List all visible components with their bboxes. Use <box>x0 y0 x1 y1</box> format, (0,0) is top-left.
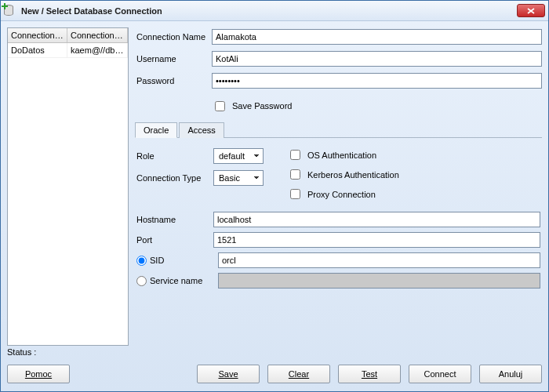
save-password-checkbox[interactable]: Save Password <box>212 99 292 114</box>
os-auth-label: OS Authentication <box>307 151 376 160</box>
connection-name-input[interactable] <box>212 29 542 45</box>
cancel-button[interactable]: Anuluj <box>479 365 542 383</box>
save-button[interactable]: Save <box>197 365 260 383</box>
connections-panel: Connection N... Connection D... DoDatos … <box>7 27 129 346</box>
form-panel: Connection Name Username Password Save P… <box>135 27 542 346</box>
sid-input[interactable] <box>218 252 540 268</box>
password-label: Password <box>135 76 212 85</box>
close-button[interactable] <box>517 4 545 17</box>
dialog-window: New / Select Database Connection Connect… <box>0 0 549 392</box>
connections-table[interactable]: Connection N... Connection D... DoDatos … <box>7 27 129 346</box>
proxy-checkbox[interactable]: Proxy Connection <box>287 187 399 201</box>
cell-connection-name: DoDatos <box>8 43 67 57</box>
kerberos-label: Kerberos Authentication <box>307 170 399 180</box>
proxy-label: Proxy Connection <box>307 190 376 199</box>
cell-connection-details: kaem@//db-or... <box>67 43 128 57</box>
tab-access[interactable]: Access <box>179 122 224 138</box>
status-bar: Status : <box>1 346 548 360</box>
table-row[interactable]: DoDatos kaem@//db-or... <box>8 43 128 58</box>
close-icon <box>527 8 535 14</box>
os-auth-input[interactable] <box>290 150 300 160</box>
tab-oracle[interactable]: Oracle <box>135 122 177 138</box>
table-header: Connection N... Connection D... <box>8 28 128 43</box>
connect-button[interactable]: Connect <box>409 365 471 383</box>
window-title: New / Select Database Connection <box>21 6 162 16</box>
app-icon <box>4 5 16 17</box>
help-button[interactable]: Pomoc <box>7 365 70 383</box>
sid-label: SID <box>150 256 164 265</box>
os-auth-checkbox[interactable]: OS Authentication <box>287 147 399 162</box>
column-connection-name[interactable]: Connection N... <box>8 28 67 42</box>
tabs: Oracle Access <box>135 122 542 138</box>
kerberos-checkbox[interactable]: Kerberos Authentication <box>287 167 399 182</box>
service-name-input <box>218 273 540 289</box>
kerberos-input[interactable] <box>290 169 300 180</box>
service-name-label: Service name <box>150 276 202 285</box>
proxy-input[interactable] <box>290 189 300 199</box>
titlebar: New / Select Database Connection <box>1 1 548 21</box>
sid-radio[interactable] <box>136 256 147 266</box>
hostname-label: Hostname <box>136 215 213 224</box>
role-select[interactable]: default <box>213 148 264 164</box>
clear-button[interactable]: Clear <box>267 365 330 383</box>
column-connection-details[interactable]: Connection D... <box>67 28 128 42</box>
role-label: Role <box>136 151 213 161</box>
footer-buttons: Pomoc Save Clear Test Connect Anuluj <box>1 360 548 391</box>
connection-type-select[interactable]: Basic <box>213 170 264 186</box>
connection-type-label: Connection Type <box>136 173 213 183</box>
port-label: Port <box>136 235 213 245</box>
service-name-radio[interactable] <box>136 276 147 286</box>
save-password-input[interactable] <box>215 101 225 111</box>
connection-name-label: Connection Name <box>135 32 212 42</box>
test-button[interactable]: Test <box>338 365 401 383</box>
port-input[interactable] <box>213 232 540 248</box>
password-input[interactable] <box>212 73 542 89</box>
tab-panel-oracle: Role default Connection Type Basic <box>135 141 542 291</box>
hostname-input[interactable] <box>213 212 540 227</box>
username-label: Username <box>135 54 212 64</box>
status-label: Status : <box>7 347 36 357</box>
username-input[interactable] <box>212 51 542 67</box>
save-password-label: Save Password <box>232 101 292 111</box>
